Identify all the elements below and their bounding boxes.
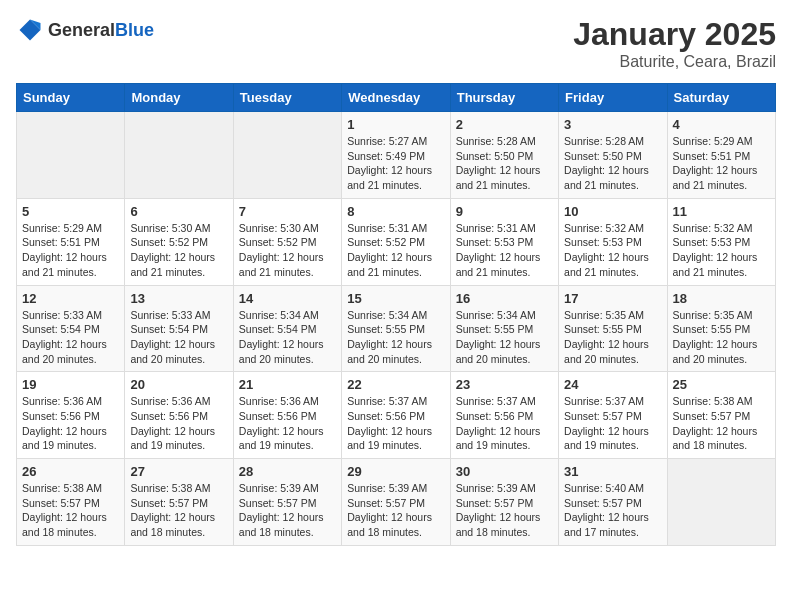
- calendar-cell: 30Sunrise: 5:39 AM Sunset: 5:57 PM Dayli…: [450, 459, 558, 546]
- day-number: 4: [673, 117, 770, 132]
- calendar-week-5: 26Sunrise: 5:38 AM Sunset: 5:57 PM Dayli…: [17, 459, 776, 546]
- day-info: Sunrise: 5:31 AM Sunset: 5:52 PM Dayligh…: [347, 221, 444, 280]
- day-info: Sunrise: 5:39 AM Sunset: 5:57 PM Dayligh…: [347, 481, 444, 540]
- title-block: January 2025 Baturite, Ceara, Brazil: [573, 16, 776, 71]
- day-info: Sunrise: 5:38 AM Sunset: 5:57 PM Dayligh…: [130, 481, 227, 540]
- day-number: 10: [564, 204, 661, 219]
- calendar-week-3: 12Sunrise: 5:33 AM Sunset: 5:54 PM Dayli…: [17, 285, 776, 372]
- day-info: Sunrise: 5:37 AM Sunset: 5:56 PM Dayligh…: [456, 394, 553, 453]
- day-number: 24: [564, 377, 661, 392]
- day-info: Sunrise: 5:38 AM Sunset: 5:57 PM Dayligh…: [673, 394, 770, 453]
- day-number: 18: [673, 291, 770, 306]
- weekday-header-monday: Monday: [125, 84, 233, 112]
- day-info: Sunrise: 5:33 AM Sunset: 5:54 PM Dayligh…: [22, 308, 119, 367]
- day-number: 26: [22, 464, 119, 479]
- page-header: GeneralBlue January 2025 Baturite, Ceara…: [16, 16, 776, 71]
- day-number: 6: [130, 204, 227, 219]
- day-info: Sunrise: 5:37 AM Sunset: 5:56 PM Dayligh…: [347, 394, 444, 453]
- day-info: Sunrise: 5:30 AM Sunset: 5:52 PM Dayligh…: [239, 221, 336, 280]
- day-number: 7: [239, 204, 336, 219]
- calendar-cell: 25Sunrise: 5:38 AM Sunset: 5:57 PM Dayli…: [667, 372, 775, 459]
- weekday-header-saturday: Saturday: [667, 84, 775, 112]
- day-number: 22: [347, 377, 444, 392]
- day-number: 23: [456, 377, 553, 392]
- day-number: 1: [347, 117, 444, 132]
- day-info: Sunrise: 5:31 AM Sunset: 5:53 PM Dayligh…: [456, 221, 553, 280]
- calendar-cell: 18Sunrise: 5:35 AM Sunset: 5:55 PM Dayli…: [667, 285, 775, 372]
- calendar-cell: [17, 112, 125, 199]
- weekday-header-sunday: Sunday: [17, 84, 125, 112]
- day-number: 19: [22, 377, 119, 392]
- calendar-cell: 10Sunrise: 5:32 AM Sunset: 5:53 PM Dayli…: [559, 198, 667, 285]
- calendar-cell: 16Sunrise: 5:34 AM Sunset: 5:55 PM Dayli…: [450, 285, 558, 372]
- day-number: 3: [564, 117, 661, 132]
- calendar-cell: 14Sunrise: 5:34 AM Sunset: 5:54 PM Dayli…: [233, 285, 341, 372]
- calendar-cell: 7Sunrise: 5:30 AM Sunset: 5:52 PM Daylig…: [233, 198, 341, 285]
- day-number: 25: [673, 377, 770, 392]
- day-number: 27: [130, 464, 227, 479]
- day-info: Sunrise: 5:32 AM Sunset: 5:53 PM Dayligh…: [673, 221, 770, 280]
- calendar-cell: 17Sunrise: 5:35 AM Sunset: 5:55 PM Dayli…: [559, 285, 667, 372]
- day-number: 14: [239, 291, 336, 306]
- day-info: Sunrise: 5:39 AM Sunset: 5:57 PM Dayligh…: [239, 481, 336, 540]
- calendar-cell: [125, 112, 233, 199]
- calendar-cell: 9Sunrise: 5:31 AM Sunset: 5:53 PM Daylig…: [450, 198, 558, 285]
- weekday-header-wednesday: Wednesday: [342, 84, 450, 112]
- calendar-cell: 19Sunrise: 5:36 AM Sunset: 5:56 PM Dayli…: [17, 372, 125, 459]
- logo-general-text: General: [48, 20, 115, 40]
- calendar-cell: 13Sunrise: 5:33 AM Sunset: 5:54 PM Dayli…: [125, 285, 233, 372]
- day-info: Sunrise: 5:29 AM Sunset: 5:51 PM Dayligh…: [22, 221, 119, 280]
- calendar-cell: 20Sunrise: 5:36 AM Sunset: 5:56 PM Dayli…: [125, 372, 233, 459]
- calendar-location: Baturite, Ceara, Brazil: [573, 53, 776, 71]
- calendar-title: January 2025: [573, 16, 776, 53]
- day-info: Sunrise: 5:27 AM Sunset: 5:49 PM Dayligh…: [347, 134, 444, 193]
- calendar-cell: 1Sunrise: 5:27 AM Sunset: 5:49 PM Daylig…: [342, 112, 450, 199]
- day-info: Sunrise: 5:33 AM Sunset: 5:54 PM Dayligh…: [130, 308, 227, 367]
- day-info: Sunrise: 5:36 AM Sunset: 5:56 PM Dayligh…: [22, 394, 119, 453]
- calendar-cell: 8Sunrise: 5:31 AM Sunset: 5:52 PM Daylig…: [342, 198, 450, 285]
- calendar-cell: 23Sunrise: 5:37 AM Sunset: 5:56 PM Dayli…: [450, 372, 558, 459]
- calendar-cell: 12Sunrise: 5:33 AM Sunset: 5:54 PM Dayli…: [17, 285, 125, 372]
- day-info: Sunrise: 5:37 AM Sunset: 5:57 PM Dayligh…: [564, 394, 661, 453]
- calendar-cell: 3Sunrise: 5:28 AM Sunset: 5:50 PM Daylig…: [559, 112, 667, 199]
- weekday-header-friday: Friday: [559, 84, 667, 112]
- day-info: Sunrise: 5:34 AM Sunset: 5:55 PM Dayligh…: [456, 308, 553, 367]
- calendar-body: 1Sunrise: 5:27 AM Sunset: 5:49 PM Daylig…: [17, 112, 776, 546]
- calendar-week-4: 19Sunrise: 5:36 AM Sunset: 5:56 PM Dayli…: [17, 372, 776, 459]
- day-number: 29: [347, 464, 444, 479]
- weekday-header-row: SundayMondayTuesdayWednesdayThursdayFrid…: [17, 84, 776, 112]
- calendar-header: SundayMondayTuesdayWednesdayThursdayFrid…: [17, 84, 776, 112]
- day-number: 16: [456, 291, 553, 306]
- day-info: Sunrise: 5:34 AM Sunset: 5:55 PM Dayligh…: [347, 308, 444, 367]
- logo: GeneralBlue: [16, 16, 154, 44]
- calendar-cell: 22Sunrise: 5:37 AM Sunset: 5:56 PM Dayli…: [342, 372, 450, 459]
- day-number: 9: [456, 204, 553, 219]
- day-number: 13: [130, 291, 227, 306]
- calendar-cell: 31Sunrise: 5:40 AM Sunset: 5:57 PM Dayli…: [559, 459, 667, 546]
- calendar-cell: 5Sunrise: 5:29 AM Sunset: 5:51 PM Daylig…: [17, 198, 125, 285]
- day-info: Sunrise: 5:32 AM Sunset: 5:53 PM Dayligh…: [564, 221, 661, 280]
- calendar-cell: 29Sunrise: 5:39 AM Sunset: 5:57 PM Dayli…: [342, 459, 450, 546]
- day-number: 21: [239, 377, 336, 392]
- day-number: 31: [564, 464, 661, 479]
- day-number: 30: [456, 464, 553, 479]
- day-info: Sunrise: 5:35 AM Sunset: 5:55 PM Dayligh…: [673, 308, 770, 367]
- day-info: Sunrise: 5:40 AM Sunset: 5:57 PM Dayligh…: [564, 481, 661, 540]
- calendar-cell: 21Sunrise: 5:36 AM Sunset: 5:56 PM Dayli…: [233, 372, 341, 459]
- day-info: Sunrise: 5:28 AM Sunset: 5:50 PM Dayligh…: [564, 134, 661, 193]
- calendar-cell: [667, 459, 775, 546]
- day-info: Sunrise: 5:38 AM Sunset: 5:57 PM Dayligh…: [22, 481, 119, 540]
- day-info: Sunrise: 5:29 AM Sunset: 5:51 PM Dayligh…: [673, 134, 770, 193]
- day-number: 12: [22, 291, 119, 306]
- logo-blue-text: Blue: [115, 20, 154, 40]
- day-number: 17: [564, 291, 661, 306]
- day-number: 11: [673, 204, 770, 219]
- weekday-header-tuesday: Tuesday: [233, 84, 341, 112]
- day-info: Sunrise: 5:28 AM Sunset: 5:50 PM Dayligh…: [456, 134, 553, 193]
- day-info: Sunrise: 5:39 AM Sunset: 5:57 PM Dayligh…: [456, 481, 553, 540]
- calendar-cell: 28Sunrise: 5:39 AM Sunset: 5:57 PM Dayli…: [233, 459, 341, 546]
- day-number: 28: [239, 464, 336, 479]
- day-number: 5: [22, 204, 119, 219]
- calendar-week-1: 1Sunrise: 5:27 AM Sunset: 5:49 PM Daylig…: [17, 112, 776, 199]
- day-number: 20: [130, 377, 227, 392]
